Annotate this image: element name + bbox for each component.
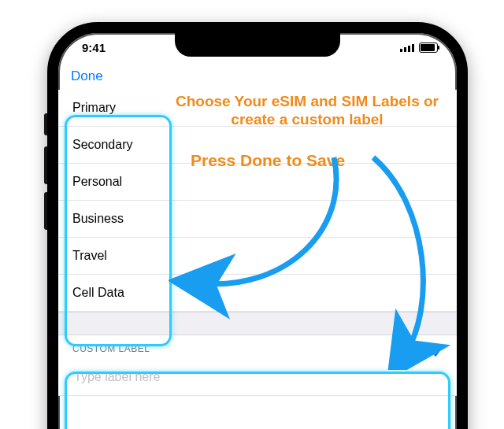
label-option-celldata[interactable]: Cell Data (58, 275, 457, 312)
label-option-primary[interactable]: Primary (58, 90, 457, 127)
custom-label-header: CUSTOM LABEL ✓ (58, 335, 457, 359)
checkmark-icon: ✓ (432, 340, 443, 367)
custom-label-input[interactable] (72, 369, 443, 385)
stage: 9:41 Done Primary Secondary Personal Bus… (0, 0, 504, 429)
section-gap (58, 312, 457, 335)
signal-icon (400, 44, 414, 52)
custom-label-row[interactable] (58, 359, 457, 396)
label-list: Primary Secondary Personal Business Trav… (58, 90, 457, 312)
label-option-personal[interactable]: Personal (58, 164, 457, 201)
screen: Done Primary Secondary Personal Business… (58, 63, 457, 429)
phone-frame: 9:41 Done Primary Secondary Personal Bus… (47, 22, 468, 429)
status-time: 9:41 (82, 41, 106, 54)
battery-icon (419, 43, 438, 53)
status-right (400, 43, 438, 53)
custom-label-header-text: CUSTOM LABEL (72, 343, 150, 354)
label-option-business[interactable]: Business (58, 201, 457, 238)
done-button[interactable]: Done (71, 68, 103, 84)
label-option-travel[interactable]: Travel (58, 238, 457, 275)
nav-bar: Done (58, 63, 457, 90)
status-bar: 9:41 (58, 41, 457, 58)
label-option-secondary[interactable]: Secondary (58, 127, 457, 164)
